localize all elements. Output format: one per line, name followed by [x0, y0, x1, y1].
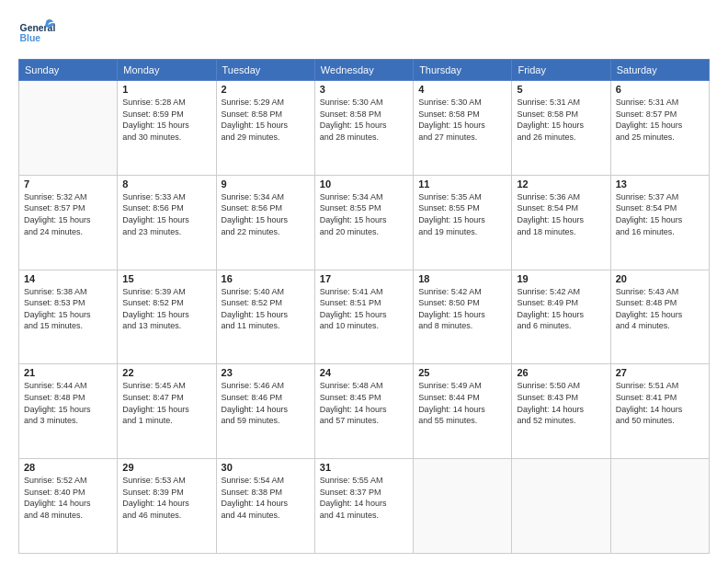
day-number: 31	[320, 462, 408, 473]
calendar-cell	[19, 81, 118, 176]
day-number: 22	[122, 367, 210, 378]
calendar-cell: 16Sunrise: 5:40 AM Sunset: 8:52 PM Dayli…	[216, 270, 314, 364]
calendar-cell: 15Sunrise: 5:39 AM Sunset: 8:52 PM Dayli…	[118, 270, 216, 364]
day-number: 17	[320, 273, 408, 284]
day-info: Sunrise: 5:31 AM Sunset: 8:58 PM Dayligh…	[517, 97, 605, 143]
logo: General Blue	[18, 15, 55, 52]
calendar-cell: 13Sunrise: 5:37 AM Sunset: 8:54 PM Dayli…	[610, 175, 709, 270]
day-number: 14	[24, 273, 112, 284]
day-info: Sunrise: 5:43 AM Sunset: 8:48 PM Dayligh…	[616, 286, 704, 332]
day-info: Sunrise: 5:34 AM Sunset: 8:56 PM Dayligh…	[222, 191, 310, 237]
day-info: Sunrise: 5:54 AM Sunset: 8:38 PM Dayligh…	[222, 475, 310, 521]
weekday-header-wednesday: Wednesday	[314, 60, 413, 81]
week-row-2: 7Sunrise: 5:32 AM Sunset: 8:57 PM Daylig…	[19, 175, 710, 270]
day-info: Sunrise: 5:35 AM Sunset: 8:55 PM Dayligh…	[418, 191, 506, 237]
calendar-cell: 4Sunrise: 5:30 AM Sunset: 8:58 PM Daylig…	[414, 81, 512, 176]
day-info: Sunrise: 5:39 AM Sunset: 8:52 PM Dayligh…	[122, 286, 210, 332]
calendar-cell: 31Sunrise: 5:55 AM Sunset: 8:37 PM Dayli…	[314, 459, 413, 554]
day-number: 12	[517, 178, 605, 190]
day-number: 1	[122, 84, 210, 95]
logo-icon: General Blue	[18, 15, 55, 52]
day-info: Sunrise: 5:49 AM Sunset: 8:44 PM Dayligh…	[418, 380, 506, 426]
calendar-cell: 27Sunrise: 5:51 AM Sunset: 8:41 PM Dayli…	[610, 364, 709, 459]
day-number: 30	[222, 462, 310, 473]
day-number: 11	[418, 178, 506, 190]
day-info: Sunrise: 5:55 AM Sunset: 8:37 PM Dayligh…	[320, 475, 408, 521]
day-number: 6	[616, 84, 704, 95]
day-info: Sunrise: 5:36 AM Sunset: 8:54 PM Dayligh…	[517, 191, 605, 237]
day-info: Sunrise: 5:38 AM Sunset: 8:53 PM Dayligh…	[24, 286, 112, 332]
day-info: Sunrise: 5:40 AM Sunset: 8:52 PM Dayligh…	[222, 286, 310, 332]
weekday-header-monday: Monday	[118, 60, 216, 81]
day-number: 10	[320, 178, 408, 190]
week-row-4: 21Sunrise: 5:44 AM Sunset: 8:48 PM Dayli…	[19, 364, 710, 459]
day-number: 18	[418, 273, 506, 284]
calendar-cell: 21Sunrise: 5:44 AM Sunset: 8:48 PM Dayli…	[19, 364, 118, 459]
week-row-1: 1Sunrise: 5:28 AM Sunset: 8:59 PM Daylig…	[19, 81, 710, 176]
day-number: 28	[24, 462, 112, 473]
day-info: Sunrise: 5:53 AM Sunset: 8:39 PM Dayligh…	[122, 475, 210, 521]
calendar-cell: 7Sunrise: 5:32 AM Sunset: 8:57 PM Daylig…	[19, 175, 118, 270]
day-number: 4	[418, 84, 506, 95]
day-info: Sunrise: 5:33 AM Sunset: 8:56 PM Dayligh…	[122, 191, 210, 237]
day-number: 9	[222, 178, 310, 190]
calendar-cell: 11Sunrise: 5:35 AM Sunset: 8:55 PM Dayli…	[414, 175, 512, 270]
day-number: 5	[517, 84, 605, 95]
day-info: Sunrise: 5:28 AM Sunset: 8:59 PM Dayligh…	[122, 97, 210, 143]
week-row-3: 14Sunrise: 5:38 AM Sunset: 8:53 PM Dayli…	[19, 270, 710, 364]
day-number: 27	[616, 367, 704, 378]
calendar-cell: 5Sunrise: 5:31 AM Sunset: 8:58 PM Daylig…	[512, 81, 610, 176]
day-info: Sunrise: 5:29 AM Sunset: 8:58 PM Dayligh…	[222, 97, 310, 143]
calendar-cell: 10Sunrise: 5:34 AM Sunset: 8:55 PM Dayli…	[314, 175, 413, 270]
calendar-cell: 9Sunrise: 5:34 AM Sunset: 8:56 PM Daylig…	[216, 175, 314, 270]
calendar-cell: 8Sunrise: 5:33 AM Sunset: 8:56 PM Daylig…	[118, 175, 216, 270]
day-info: Sunrise: 5:30 AM Sunset: 8:58 PM Dayligh…	[418, 97, 506, 143]
day-number: 3	[320, 84, 408, 95]
day-info: Sunrise: 5:34 AM Sunset: 8:55 PM Dayligh…	[320, 191, 408, 237]
day-number: 13	[616, 178, 704, 190]
calendar-cell: 30Sunrise: 5:54 AM Sunset: 8:38 PM Dayli…	[216, 459, 314, 554]
day-number: 8	[122, 178, 210, 190]
day-number: 19	[517, 273, 605, 284]
calendar-cell: 14Sunrise: 5:38 AM Sunset: 8:53 PM Dayli…	[19, 270, 118, 364]
day-number: 7	[24, 178, 112, 190]
calendar-cell: 3Sunrise: 5:30 AM Sunset: 8:58 PM Daylig…	[314, 81, 413, 176]
weekday-header-friday: Friday	[512, 60, 610, 81]
day-number: 16	[222, 273, 310, 284]
day-info: Sunrise: 5:42 AM Sunset: 8:49 PM Dayligh…	[517, 286, 605, 332]
day-number: 29	[122, 462, 210, 473]
day-number: 26	[517, 367, 605, 378]
day-number: 21	[24, 367, 112, 378]
calendar-cell	[414, 459, 512, 554]
day-info: Sunrise: 5:32 AM Sunset: 8:57 PM Dayligh…	[24, 191, 112, 237]
day-number: 23	[222, 367, 310, 378]
day-info: Sunrise: 5:42 AM Sunset: 8:50 PM Dayligh…	[418, 286, 506, 332]
day-info: Sunrise: 5:48 AM Sunset: 8:45 PM Dayligh…	[320, 380, 408, 426]
day-number: 24	[320, 367, 408, 378]
svg-text:Blue: Blue	[20, 33, 41, 43]
day-info: Sunrise: 5:37 AM Sunset: 8:54 PM Dayligh…	[616, 191, 704, 237]
day-number: 15	[122, 273, 210, 284]
day-number: 20	[616, 273, 704, 284]
day-info: Sunrise: 5:31 AM Sunset: 8:57 PM Dayligh…	[616, 97, 704, 143]
calendar-cell: 12Sunrise: 5:36 AM Sunset: 8:54 PM Dayli…	[512, 175, 610, 270]
day-info: Sunrise: 5:52 AM Sunset: 8:40 PM Dayligh…	[24, 475, 112, 521]
calendar-cell: 29Sunrise: 5:53 AM Sunset: 8:39 PM Dayli…	[118, 459, 216, 554]
calendar-cell: 20Sunrise: 5:43 AM Sunset: 8:48 PM Dayli…	[610, 270, 709, 364]
day-info: Sunrise: 5:51 AM Sunset: 8:41 PM Dayligh…	[616, 380, 704, 426]
day-info: Sunrise: 5:50 AM Sunset: 8:43 PM Dayligh…	[517, 380, 605, 426]
day-info: Sunrise: 5:44 AM Sunset: 8:48 PM Dayligh…	[24, 380, 112, 426]
weekday-header-sunday: Sunday	[19, 60, 118, 81]
weekday-header-saturday: Saturday	[610, 60, 709, 81]
calendar-table: SundayMondayTuesdayWednesdayThursdayFrid…	[18, 59, 710, 554]
day-info: Sunrise: 5:46 AM Sunset: 8:46 PM Dayligh…	[222, 380, 310, 426]
calendar-cell: 2Sunrise: 5:29 AM Sunset: 8:58 PM Daylig…	[216, 81, 314, 176]
day-info: Sunrise: 5:45 AM Sunset: 8:47 PM Dayligh…	[122, 380, 210, 426]
calendar-cell: 18Sunrise: 5:42 AM Sunset: 8:50 PM Dayli…	[414, 270, 512, 364]
day-number: 25	[418, 367, 506, 378]
calendar-cell: 25Sunrise: 5:49 AM Sunset: 8:44 PM Dayli…	[414, 364, 512, 459]
day-info: Sunrise: 5:30 AM Sunset: 8:58 PM Dayligh…	[320, 97, 408, 143]
calendar-cell	[610, 459, 709, 554]
weekday-header-thursday: Thursday	[414, 60, 512, 81]
calendar-cell	[512, 459, 610, 554]
